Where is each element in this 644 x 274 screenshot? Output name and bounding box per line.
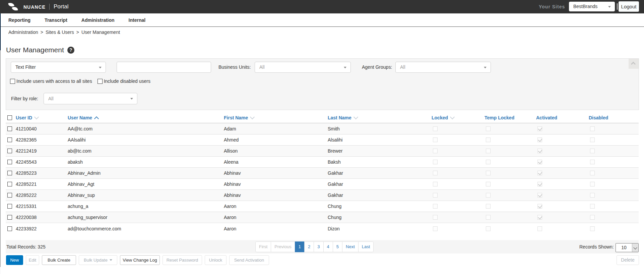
- chevron-down-icon: [484, 67, 487, 68]
- topbar-divider: [617, 3, 618, 10]
- site-selector[interactable]: BestBrands: [569, 2, 615, 11]
- cell-user-name: achung_a: [68, 204, 224, 209]
- breadcrumb-item[interactable]: User Management: [81, 30, 120, 35]
- page-next[interactable]: Next: [342, 241, 359, 252]
- cell-activated: [536, 138, 589, 142]
- caret-down-icon: [110, 259, 112, 261]
- text-filter-select[interactable]: Text Filter: [11, 62, 106, 73]
- cell-user-id: 42212419: [16, 148, 68, 154]
- row-select-checkbox[interactable]: [7, 126, 12, 131]
- nav-item-reporting[interactable]: Reporting: [8, 17, 30, 23]
- breadcrumb-item[interactable]: Sites & Users: [46, 30, 74, 35]
- col-header-disabled[interactable]: Disabled: [589, 115, 639, 120]
- col-header-activated[interactable]: Activated: [536, 115, 589, 120]
- page-2[interactable]: 2: [304, 241, 314, 252]
- delete-button[interactable]: Delete: [617, 255, 639, 265]
- page-1[interactable]: 1: [295, 241, 305, 252]
- activated-checkbox: [537, 171, 542, 175]
- your-sites-label: Your Sites: [539, 4, 565, 9]
- col-header-locked[interactable]: Locked: [432, 115, 485, 120]
- row-select-checkbox[interactable]: [7, 138, 12, 142]
- table-row: 42285221Abhinav_AgtAbhinavGakhar: [6, 179, 639, 190]
- page-first[interactable]: First: [255, 241, 271, 252]
- bulk-update-button[interactable]: Bulk Update: [79, 255, 117, 265]
- nav-item-administration[interactable]: Administration: [81, 17, 115, 23]
- page-5[interactable]: 5: [333, 241, 342, 252]
- cell-user-name: achung_supervisor: [68, 215, 224, 220]
- edit-button[interactable]: Edit: [26, 255, 39, 265]
- cell-last-name: Alsalihi: [328, 137, 432, 143]
- cell-activated: [536, 204, 589, 209]
- search-input[interactable]: [117, 62, 211, 73]
- cell-first-name: Adam: [224, 126, 328, 131]
- cell-user-id: 42282365: [16, 137, 68, 143]
- cell-user-id: 42245543: [16, 159, 68, 165]
- page-last[interactable]: Last: [358, 241, 374, 252]
- table-body: 41210040AA@tc.comAdamSmith42282365AAlsal…: [6, 123, 639, 234]
- row-select-checkbox[interactable]: [7, 171, 12, 175]
- reset-password-button[interactable]: Reset Password: [163, 255, 202, 265]
- brand-name: NUANCE: [23, 4, 46, 10]
- send-activation-button[interactable]: Send Activation: [229, 255, 269, 265]
- cell-user-name: Abhinav_Agt: [68, 181, 224, 187]
- row-select-cell: [6, 171, 16, 175]
- product-name: Portal: [54, 3, 68, 10]
- table-row: 42220038achung_supervisorAaronChung: [6, 212, 639, 223]
- view-change-log-button[interactable]: View Change Log: [120, 255, 160, 265]
- include-disabled-checkbox[interactable]: [98, 79, 103, 84]
- cell-last-name: Baksh: [328, 159, 432, 165]
- temp-locked-checkbox: [486, 182, 491, 186]
- temp-locked-checkbox: [486, 215, 491, 220]
- col-header-first-name[interactable]: First Name: [224, 115, 328, 120]
- row-select-checkbox[interactable]: [7, 226, 12, 231]
- row-select-checkbox[interactable]: [7, 204, 12, 209]
- filter-by-role-select[interactable]: All: [44, 93, 137, 104]
- row-select-checkbox[interactable]: [7, 182, 12, 186]
- locked-checkbox: [433, 215, 438, 220]
- agent-groups-label: Agent Groups:: [362, 62, 392, 73]
- collapse-panel-button[interactable]: [629, 59, 639, 69]
- unlock-button[interactable]: Unlock: [205, 255, 227, 265]
- nav-item-transcript[interactable]: Transcript: [45, 17, 67, 23]
- cell-temp-locked: [485, 126, 536, 131]
- cell-user-id: 42285221: [16, 181, 68, 187]
- row-select-checkbox[interactable]: [7, 193, 12, 198]
- col-header-temp-locked[interactable]: Temp Locked: [485, 115, 536, 120]
- cell-temp-locked: [485, 226, 536, 231]
- records-shown-select[interactable]: 10: [616, 243, 639, 252]
- agent-groups-select[interactable]: All: [395, 62, 491, 73]
- logout-button[interactable]: Logout: [619, 1, 639, 12]
- disabled-checkbox: [590, 171, 595, 175]
- select-all-checkbox[interactable]: [7, 115, 12, 120]
- col-header-user-name[interactable]: User Name: [68, 115, 224, 120]
- business-units-select[interactable]: All: [255, 62, 351, 73]
- help-icon[interactable]: ?: [67, 47, 74, 54]
- cell-activated: [536, 226, 589, 231]
- cell-activated: [536, 182, 589, 186]
- cell-activated: [536, 215, 589, 220]
- include-all-sites-checkbox[interactable]: [10, 79, 15, 84]
- row-select-checkbox[interactable]: [7, 149, 12, 153]
- cell-disabled: [589, 193, 639, 198]
- page-3[interactable]: 3: [314, 241, 323, 252]
- page-previous[interactable]: Previous: [271, 241, 295, 252]
- page-4[interactable]: 4: [323, 241, 333, 252]
- cell-temp-locked: [485, 160, 536, 164]
- cell-user-id: 42215331: [16, 204, 68, 209]
- new-button[interactable]: New: [6, 255, 23, 265]
- locked-checkbox: [433, 182, 438, 186]
- locked-checkbox: [433, 126, 438, 131]
- filter-by-role-value: All: [48, 93, 54, 104]
- table-row: 42215331achung_aAaronChung: [6, 201, 639, 212]
- col-header-last-name[interactable]: Last Name: [328, 115, 432, 120]
- records-shown-value: 10: [616, 243, 632, 252]
- locked-checkbox: [433, 171, 438, 175]
- cell-disabled: [589, 160, 639, 164]
- cell-temp-locked: [485, 215, 536, 220]
- col-header-user-id[interactable]: User ID: [16, 115, 68, 120]
- breadcrumb-item[interactable]: Administration: [8, 30, 38, 35]
- row-select-checkbox[interactable]: [7, 215, 12, 220]
- row-select-checkbox[interactable]: [7, 160, 12, 164]
- nav-item-internal[interactable]: Internal: [129, 17, 146, 23]
- bulk-create-button[interactable]: Bulk Create: [42, 255, 76, 265]
